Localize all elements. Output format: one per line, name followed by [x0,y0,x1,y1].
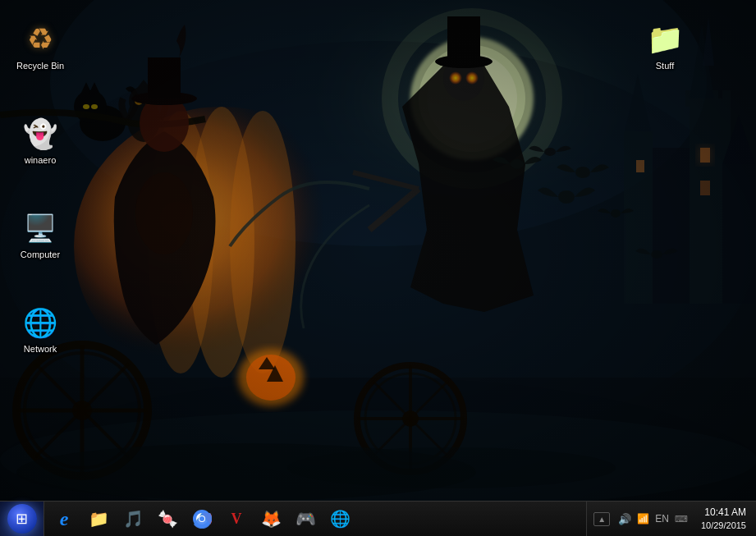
stuff-folder-image [645,20,685,59]
clock-date: 10/29/2015 [701,520,746,531]
taskbar-vivaldi-icon[interactable]: V [220,502,253,535]
taskbar-explorer-icon[interactable]: 📁 [82,502,115,535]
taskbar-network2-icon[interactable]: 🌐 [323,502,356,535]
computer-icon[interactable]: Computer [7,205,73,263]
winaero-label: winaero [25,155,57,166]
stuff-folder-icon[interactable]: Stuff [632,16,698,75]
computer-image [21,208,60,248]
desktop: Recycle Bin winaero Computer Network Stu… [0,0,756,501]
tray-volume-icon[interactable]: 🔊 [616,511,633,527]
tray-flag-icon[interactable]: EN [653,511,671,526]
tray-show-hidden-button[interactable]: ▲ [593,512,610,526]
taskbar-firefox-icon[interactable]: 🦊 [254,502,287,535]
tray-network-icon[interactable]: 📶 [635,511,651,526]
start-button[interactable] [0,502,44,537]
taskbar-chrome-icon[interactable] [186,502,218,535]
winaero-icon[interactable]: winaero [7,111,73,169]
network-label: Network [24,344,57,355]
recycle-bin-label: Recycle Bin [16,61,64,71]
start-orb [7,504,37,534]
taskbar-icons-area: e 📁 🎵 🍬 V 🦊 🎮 🌐 [44,502,586,537]
taskbar-mediaplayer-icon[interactable]: 🎵 [117,502,149,535]
computer-label: Computer [21,250,60,260]
network-icon[interactable]: Network [7,300,73,358]
tray-keyboard-icon[interactable]: ⌨ [673,512,690,526]
recycle-bin-icon[interactable]: Recycle Bin [7,16,73,75]
taskbar-app-icon[interactable]: 🎮 [289,502,322,535]
clock-area[interactable]: 10:41 AM 10/29/2015 [698,505,749,533]
clock-time: 10:41 AM [704,506,746,520]
taskbar-ie-icon[interactable]: e [48,502,80,535]
recycle-bin-image [21,20,60,59]
taskbar: e 📁 🎵 🍬 V 🦊 🎮 🌐 ▲ 🔊 📶 EN [0,501,756,536]
winaero-image [21,114,60,153]
system-tray: ▲ 🔊 📶 EN ⌨ 10:41 AM 10/29/2015 [586,502,756,537]
background-scene [0,0,756,501]
network-image [21,303,60,342]
stuff-label: Stuff [656,61,674,71]
svg-rect-81 [0,0,756,501]
tray-icons-group: 🔊 📶 EN ⌨ [616,511,694,527]
svg-point-85 [199,516,204,521]
taskbar-candy-icon[interactable]: 🍬 [151,502,184,535]
